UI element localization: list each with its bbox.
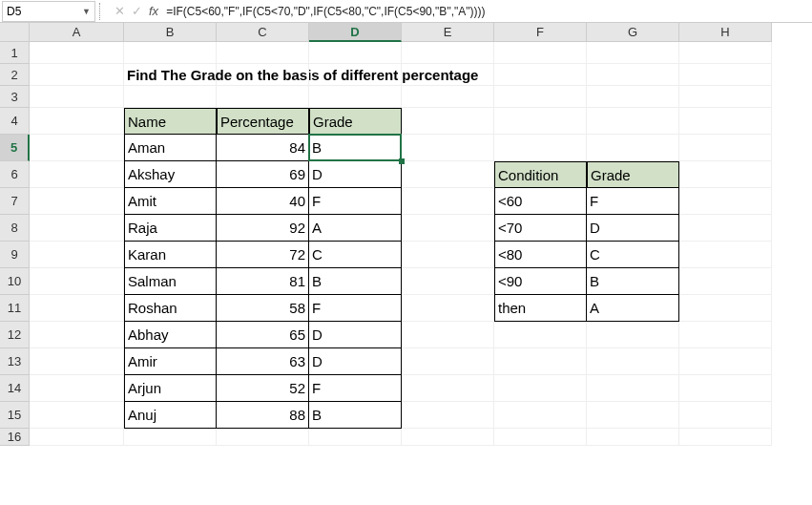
cell[interactable] xyxy=(587,375,679,402)
cell[interactable] xyxy=(30,348,124,375)
table-cell-percentage[interactable]: 84 xyxy=(217,135,309,161)
lookup-header[interactable]: Grade xyxy=(587,161,679,188)
row-header-7[interactable]: 7 xyxy=(0,188,30,215)
table-cell-percentage[interactable]: 81 xyxy=(217,268,309,295)
col-header-D[interactable]: D xyxy=(309,23,402,42)
table-cell-grade[interactable]: A xyxy=(309,215,402,242)
col-header-F[interactable]: F xyxy=(494,23,587,42)
cell[interactable] xyxy=(30,429,124,446)
cell[interactable] xyxy=(402,402,494,429)
table-cell-name[interactable]: Amir xyxy=(124,348,217,375)
row-header-6[interactable]: 6 xyxy=(0,161,30,188)
cell[interactable] xyxy=(679,322,772,348)
cell[interactable] xyxy=(309,429,402,446)
cell[interactable] xyxy=(587,322,679,348)
row-header-9[interactable]: 9 xyxy=(0,242,30,268)
table-cell-grade[interactable]: B xyxy=(309,135,402,161)
col-header-G[interactable]: G xyxy=(587,23,679,42)
cell[interactable] xyxy=(402,188,494,215)
lookup-cell-condition[interactable]: <80 xyxy=(494,242,587,268)
table-cell-name[interactable]: Akshay xyxy=(124,161,217,188)
cancel-icon[interactable]: ✕ xyxy=(111,4,128,18)
cell[interactable] xyxy=(679,161,772,188)
name-box-dropdown-icon[interactable]: ▼ xyxy=(82,7,91,16)
cell[interactable] xyxy=(217,429,309,446)
row-header-10[interactable]: 10 xyxy=(0,268,30,295)
cell[interactable] xyxy=(30,135,124,161)
cell[interactable] xyxy=(402,108,494,135)
col-header-E[interactable]: E xyxy=(402,23,494,42)
cell[interactable] xyxy=(494,42,587,64)
cell[interactable] xyxy=(402,242,494,268)
table-cell-grade[interactable]: B xyxy=(309,402,402,429)
lookup-cell-grade[interactable]: B xyxy=(587,268,679,295)
row-header-8[interactable]: 8 xyxy=(0,215,30,242)
cell[interactable] xyxy=(30,295,124,322)
table-cell-grade[interactable]: F xyxy=(309,375,402,402)
row-header-5[interactable]: 5 xyxy=(0,135,30,161)
cell[interactable] xyxy=(679,268,772,295)
cell[interactable] xyxy=(402,215,494,242)
table-cell-percentage[interactable]: 65 xyxy=(217,322,309,348)
enter-icon[interactable]: ✓ xyxy=(128,4,145,18)
cell[interactable] xyxy=(679,348,772,375)
table-cell-name[interactable]: Roshan xyxy=(124,295,217,322)
table-cell-grade[interactable]: B xyxy=(309,268,402,295)
row-header-13[interactable]: 13 xyxy=(0,348,30,375)
row-header-1[interactable]: 1 xyxy=(0,42,30,64)
cell[interactable] xyxy=(124,42,217,64)
cell[interactable] xyxy=(402,64,494,86)
lookup-cell-condition[interactable]: <70 xyxy=(494,215,587,242)
cell[interactable] xyxy=(587,348,679,375)
cell[interactable] xyxy=(30,268,124,295)
table-cell-name[interactable]: Raja xyxy=(124,215,217,242)
cell[interactable] xyxy=(679,215,772,242)
table-cell-grade[interactable]: F xyxy=(309,188,402,215)
cell[interactable] xyxy=(679,242,772,268)
table-cell-percentage[interactable]: 72 xyxy=(217,242,309,268)
cell[interactable] xyxy=(679,402,772,429)
lookup-cell-grade[interactable]: C xyxy=(587,242,679,268)
cell[interactable] xyxy=(587,64,679,86)
cell[interactable] xyxy=(30,188,124,215)
table-cell-name[interactable]: Arjun xyxy=(124,375,217,402)
cell[interactable]: Find The Grade on the basis of different… xyxy=(124,64,217,86)
table-cell-grade[interactable]: F xyxy=(309,295,402,322)
table-cell-name[interactable]: Anuj xyxy=(124,402,217,429)
table-cell-percentage[interactable]: 69 xyxy=(217,161,309,188)
cell[interactable] xyxy=(30,86,124,108)
cell[interactable] xyxy=(402,429,494,446)
cell[interactable] xyxy=(402,42,494,64)
cell[interactable] xyxy=(494,64,587,86)
cell[interactable] xyxy=(402,161,494,188)
lookup-cell-grade[interactable]: A xyxy=(587,295,679,322)
cell[interactable] xyxy=(309,42,402,64)
cells[interactable]: Find The Grade on the basis of different… xyxy=(30,42,772,446)
cell[interactable] xyxy=(309,86,402,108)
cell[interactable] xyxy=(217,64,309,86)
cell[interactable] xyxy=(30,64,124,86)
cell[interactable] xyxy=(494,322,587,348)
cell[interactable] xyxy=(587,135,679,161)
table-header[interactable]: Name xyxy=(124,108,217,135)
cell[interactable] xyxy=(679,188,772,215)
cell[interactable] xyxy=(30,375,124,402)
row-header-4[interactable]: 4 xyxy=(0,108,30,135)
table-cell-name[interactable]: Salman xyxy=(124,268,217,295)
cell[interactable] xyxy=(587,429,679,446)
cell[interactable] xyxy=(30,215,124,242)
cell[interactable] xyxy=(679,86,772,108)
table-cell-grade[interactable]: C xyxy=(309,242,402,268)
lookup-cell-grade[interactable]: F xyxy=(587,188,679,215)
row-header-11[interactable]: 11 xyxy=(0,295,30,322)
cell[interactable] xyxy=(494,86,587,108)
table-cell-percentage[interactable]: 88 xyxy=(217,402,309,429)
table-cell-percentage[interactable]: 52 xyxy=(217,375,309,402)
table-cell-name[interactable]: Abhay xyxy=(124,322,217,348)
cell[interactable] xyxy=(402,322,494,348)
table-cell-grade[interactable]: D xyxy=(309,348,402,375)
cell[interactable] xyxy=(494,135,587,161)
cell[interactable] xyxy=(402,375,494,402)
cell[interactable] xyxy=(679,375,772,402)
row-header-15[interactable]: 15 xyxy=(0,402,30,429)
